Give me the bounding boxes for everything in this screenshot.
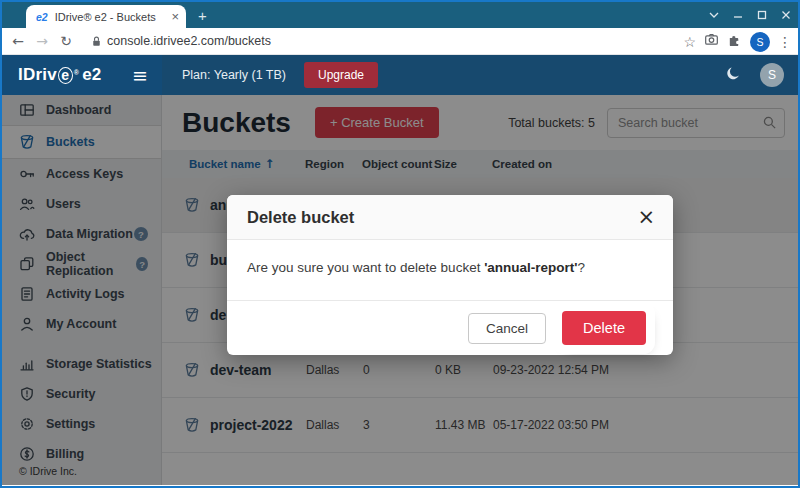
upgrade-button[interactable]: Upgrade xyxy=(304,62,378,88)
reload-icon[interactable]: ↻ xyxy=(54,33,78,49)
app-header: IDrive®e2 ≡ Plan: Yearly (1 TB) Upgrade … xyxy=(2,55,798,95)
tab-title: IDrive® e2 - Buckets xyxy=(55,11,166,23)
browser-profile-avatar[interactable]: S xyxy=(750,32,770,52)
modal-close-icon[interactable]: × xyxy=(637,207,655,228)
close-window-icon[interactable] xyxy=(780,9,792,21)
url-text[interactable]: console.idrivee2.com/buckets xyxy=(107,34,271,48)
dark-mode-moon-icon[interactable] xyxy=(725,65,742,86)
new-tab-icon[interactable]: + xyxy=(198,7,207,24)
browser-menu-icon[interactable]: ⋮ xyxy=(778,34,792,50)
extensions-puzzle-icon[interactable] xyxy=(727,32,742,51)
plan-label: Plan: Yearly (1 TB) xyxy=(182,68,286,82)
padlock-icon[interactable] xyxy=(90,35,103,48)
app-viewport: IDrive®e2 ≡ Plan: Yearly (1 TB) Upgrade … xyxy=(2,55,798,485)
bucket-name-emphasis: 'annual-report' xyxy=(484,260,577,275)
browser-toolbar: ← → ↻ console.idrivee2.com/buckets ☆ S ⋮ xyxy=(2,28,798,55)
delete-bucket-modal: Delete bucket × Are you sure you want to… xyxy=(227,195,673,355)
browser-titlebar: e2 IDrive® e2 - Buckets × + xyxy=(2,2,798,28)
account-avatar[interactable]: S xyxy=(760,63,784,87)
browser-window: e2 IDrive® e2 - Buckets × + ← → ↻ consol… xyxy=(0,0,800,488)
hamburger-menu-icon[interactable]: ≡ xyxy=(132,64,148,86)
idrive-e2-logo[interactable]: IDrive®e2 ≡ xyxy=(2,55,162,95)
maximize-icon[interactable] xyxy=(756,9,768,21)
browser-tab[interactable]: e2 IDrive® e2 - Buckets × xyxy=(26,5,186,28)
tab-search-icon[interactable] xyxy=(708,9,720,21)
bookmark-star-icon[interactable]: ☆ xyxy=(683,34,696,50)
delete-button[interactable]: Delete xyxy=(562,311,646,345)
modal-title: Delete bucket xyxy=(247,208,354,227)
tab-close-icon[interactable]: × xyxy=(171,9,179,24)
back-icon[interactable]: ← xyxy=(6,33,30,49)
modal-message: Are you sure you want to delete bucket '… xyxy=(227,240,673,300)
cancel-button[interactable]: Cancel xyxy=(468,313,546,344)
logo-text: IDrive®e2 xyxy=(18,65,101,85)
screenshot-camera-icon[interactable] xyxy=(704,32,719,51)
site-favicon: e2 xyxy=(36,11,48,23)
forward-icon[interactable]: → xyxy=(30,33,54,49)
minimize-icon[interactable] xyxy=(732,9,744,21)
